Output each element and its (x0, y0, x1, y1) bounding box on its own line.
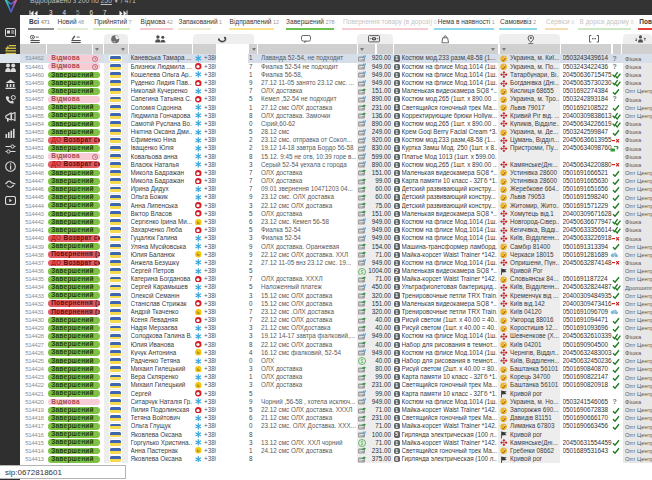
svg-text:lc: lc (197, 310, 200, 314)
svg-text:lc: lc (197, 253, 200, 257)
svg-text:lc: lc (197, 368, 200, 372)
svg-text:lc: lc (197, 449, 200, 453)
svg-text:lc: lc (197, 220, 200, 224)
svg-text:lc: lc (197, 351, 200, 355)
svg-text:lc: lc (197, 384, 200, 388)
